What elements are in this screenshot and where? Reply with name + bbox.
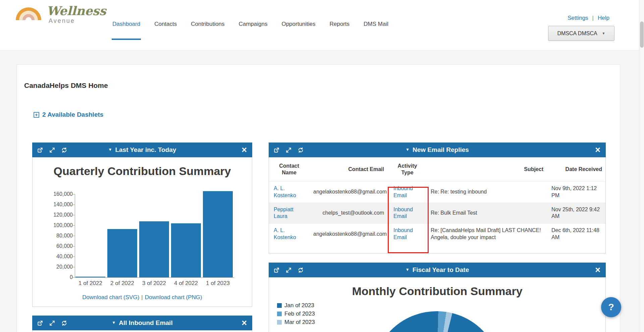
column-header: Contact Email: [309, 157, 388, 182]
collapse-caret-icon: ▼: [406, 147, 410, 152]
legend-item[interactable]: Feb of 2023: [277, 311, 315, 317]
activity-type-link[interactable]: Inbound Email: [393, 185, 413, 198]
pie-chart-legend: Jan of 2023Feb of 2023Mar of 2023: [277, 302, 315, 327]
fullscreen-icon[interactable]: [285, 147, 292, 153]
dashlet-title-text: Fiscal Year to Date: [413, 266, 469, 274]
dashlet-quarterly-header: ▼ Last Year inc. Today ×: [32, 143, 252, 157]
dashlet-inbound-title[interactable]: ▼ All Inbound Email: [112, 319, 172, 327]
close-icon[interactable]: ×: [595, 146, 600, 155]
date-received: Nov 9th, 2022 1:12 PM: [547, 182, 606, 203]
email-table-head-row: Contact NameContact EmailActivity TypeSu…: [269, 157, 606, 182]
dashlet-quarterly-title[interactable]: ▼ Last Year inc. Today: [108, 146, 176, 154]
y-axis-label: 40,000: [33, 254, 73, 260]
bar-chart-bars: [75, 157, 233, 277]
bar-chart-yaxis: 020,00040,00060,00080,000100,000120,0001…: [33, 194, 73, 277]
y-axis-label: 0: [33, 274, 73, 280]
activity-type-link[interactable]: Inbound Email: [393, 207, 413, 219]
close-icon[interactable]: ×: [241, 319, 247, 328]
legend-item[interactable]: Jan of 2023: [277, 302, 315, 309]
bar-4-of-2022: [171, 223, 201, 277]
nav-item-reports[interactable]: Reports: [329, 0, 351, 40]
refresh-icon[interactable]: [61, 320, 67, 326]
available-dashlets-toggle[interactable]: 2 Available Dashlets: [34, 111, 103, 118]
y-axis-label: 160,000: [33, 191, 73, 197]
dashlet-fiscal-title[interactable]: ▼ Fiscal Year to Date: [406, 266, 469, 274]
x-axis-label: 1 of 2023: [203, 280, 233, 287]
top-links-divider: |: [592, 15, 594, 21]
nav-item-dashboard[interactable]: Dashboard: [112, 0, 141, 40]
dashlet-fiscal-header: ▼ Fiscal Year to Date ×: [269, 263, 606, 277]
download-png-link[interactable]: Download chart (PNG): [145, 294, 202, 300]
refresh-icon[interactable]: [298, 147, 304, 153]
brand-name: Wellness: [47, 5, 106, 17]
collapse-caret-icon: ▼: [112, 320, 116, 325]
fullscreen-icon[interactable]: [49, 320, 55, 326]
contact-name-link[interactable]: A. L. Kostenko: [274, 185, 296, 198]
popout-icon[interactable]: [37, 147, 43, 153]
fullscreen-icon[interactable]: [49, 147, 55, 153]
scrollbar-thumb[interactable]: [640, 21, 644, 48]
download-svg-link[interactable]: Download chart (SVG): [82, 294, 139, 300]
help-fab-button[interactable]: ?: [601, 297, 621, 317]
x-axis-label: 1 of 2022: [75, 280, 105, 287]
help-link[interactable]: Help: [598, 15, 609, 21]
dashlet-fiscal: ▼ Fiscal Year to Date × Monthly Contribu…: [269, 263, 606, 332]
main-nav: DashboardContactsContributionsCampaignsO…: [112, 0, 389, 40]
email-subject: Re: Bulk Email Test: [427, 203, 547, 224]
user-menu-label: DMSCA DMSCA: [557, 31, 597, 37]
fullscreen-icon[interactable]: [285, 267, 292, 273]
nav-item-contacts[interactable]: Contacts: [154, 0, 177, 40]
legend-item[interactable]: Mar of 2023: [277, 319, 315, 326]
page-scrollbar[interactable]: [639, 0, 644, 332]
date-received: Dec 6th, 2022 11:48 AM: [547, 224, 606, 244]
dashlet-email-replies: ▼ New Email Replies × Contact NameContac…: [269, 143, 606, 254]
user-menu-button[interactable]: DMSCA DMSCA ▼: [548, 26, 614, 41]
available-dashlets-label: 2 Available Dashlets: [42, 111, 103, 118]
contact-name-link[interactable]: Peppiatt Laura: [274, 207, 293, 219]
bar-3-of-2022: [139, 221, 169, 277]
nav-item-dms-mail[interactable]: DMS Mail: [363, 0, 389, 40]
activity-type-link[interactable]: Inbound Email: [393, 227, 413, 240]
email-subject: Re: [CanadaHelps Mail Draft] LAST CHANCE…: [427, 224, 547, 244]
top-links: Settings | Help: [568, 15, 609, 21]
dashlet-quarterly: ▼ Last Year inc. Today × Quarterly Contr…: [32, 143, 252, 307]
y-axis-label: 80,000: [33, 233, 73, 239]
x-axis-line: [75, 277, 234, 278]
dashlet-title-text: New Email Replies: [413, 146, 469, 154]
nav-item-opportunities[interactable]: Opportunities: [281, 0, 316, 40]
page-title: CanadaHelps DMS Home: [24, 81, 108, 90]
popout-icon[interactable]: [37, 320, 43, 326]
email-replies-table: Contact NameContact EmailActivity TypeSu…: [269, 157, 606, 244]
contact-email: chelps_test@outlook.com: [309, 203, 388, 224]
collapse-caret-icon: ▼: [108, 147, 112, 152]
refresh-icon[interactable]: [61, 147, 67, 153]
collapse-caret-icon: ▼: [406, 267, 410, 272]
nav-item-campaigns[interactable]: Campaigns: [238, 0, 268, 40]
bar-chart: Quarterly Contribution Summary 020,00040…: [32, 157, 252, 307]
pie-chart-title: Monthly Contribution Summary: [269, 285, 605, 298]
bar-chart-xaxis: 1 of 20222 of 20223 of 20224 of 20221 of…: [75, 280, 233, 287]
contact-name-link[interactable]: A. L. Kostenko: [274, 227, 296, 240]
dashlet-all-inbound: ▼ All Inbound Email ×: [32, 316, 252, 332]
refresh-icon[interactable]: [298, 267, 304, 273]
contact-email: angelakostenko88@gmail.com: [309, 224, 388, 244]
dashlet-title-text: Last Year inc. Today: [115, 146, 176, 154]
settings-link[interactable]: Settings: [568, 15, 588, 21]
contact-email: angelakostenko88@gmail.com: [309, 182, 388, 203]
popout-icon[interactable]: [273, 147, 280, 153]
table-row: A. L. Kostenkoangelakostenko88@gmail.com…: [269, 224, 606, 244]
nav-item-contributions[interactable]: Contributions: [190, 0, 225, 40]
bar-1-of-2023: [203, 191, 233, 277]
legend-label: Mar of 2023: [284, 319, 315, 326]
date-received: Nov 25th, 2022 9:42 AM: [547, 203, 606, 224]
brand-subname: Avenue: [49, 17, 106, 24]
column-header: Activity Type: [388, 157, 427, 182]
close-icon[interactable]: ×: [595, 266, 600, 275]
dashlet-email-title[interactable]: ▼ New Email Replies: [406, 146, 469, 154]
popout-icon[interactable]: [273, 267, 280, 273]
y-axis-line: [75, 194, 75, 278]
column-header: Date Received: [547, 157, 606, 182]
close-icon[interactable]: ×: [241, 146, 247, 155]
main-content-card: CanadaHelps DMS Home 2 Available Dashlet…: [16, 64, 620, 332]
dashlet-title-text: All Inbound Email: [119, 319, 172, 327]
